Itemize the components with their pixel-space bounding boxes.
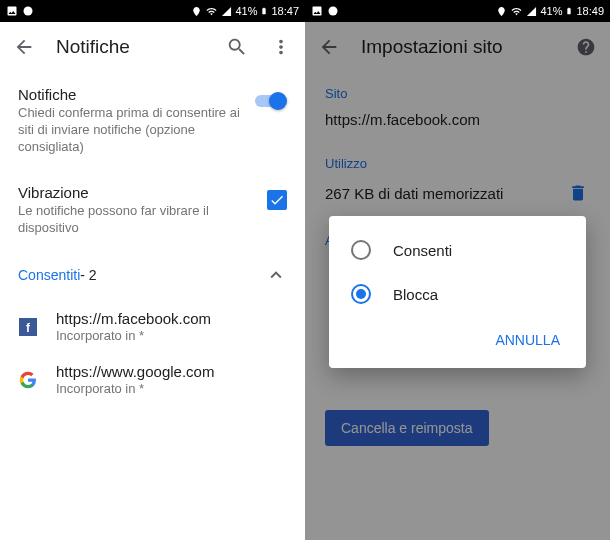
location-icon [496, 6, 507, 17]
site-sub: Incorporato in * [56, 381, 287, 396]
site-sub: Incorporato in * [56, 328, 287, 343]
site-item-google[interactable]: https://www.google.com Incorporato in * [0, 353, 305, 406]
radio-option-allow[interactable]: Consenti [329, 228, 586, 272]
radio-label: Consenti [393, 242, 452, 259]
overflow-button[interactable] [269, 35, 293, 59]
image-icon [311, 5, 323, 17]
radio-icon [351, 240, 371, 260]
battery-icon [260, 5, 268, 17]
google-icon [18, 370, 38, 390]
allowed-section-header[interactable]: Consentiti - 2 [0, 250, 305, 300]
vibration-title: Vibrazione [18, 184, 255, 201]
screen-notifications: 41% 18:47 Notifiche Notifiche [0, 0, 305, 540]
signal-icon [221, 6, 232, 17]
vibration-sub: Le notifiche possono far vibrare il disp… [18, 203, 255, 237]
notifications-sub: Chiedi conferma prima di consentire ai s… [18, 105, 241, 156]
svg-point-0 [24, 7, 33, 16]
status-bar: 41% 18:49 [305, 0, 610, 22]
chevron-up-icon [265, 264, 287, 286]
allowed-label: Consentiti [18, 267, 80, 283]
notifications-title: Notifiche [18, 86, 241, 103]
clock-text: 18:47 [271, 5, 299, 17]
app-bar: Notifiche [0, 22, 305, 72]
vibration-checkbox[interactable] [267, 190, 287, 210]
notifications-toggle[interactable] [253, 92, 287, 110]
status-bar: 41% 18:47 [0, 0, 305, 22]
signal-icon [526, 6, 537, 17]
image-icon [6, 5, 18, 17]
facebook-icon: f [18, 317, 38, 337]
radio-icon [351, 284, 371, 304]
site-url: https://www.google.com [56, 363, 287, 380]
circle-icon [22, 5, 34, 17]
circle-icon [327, 5, 339, 17]
clock-text: 18:49 [576, 5, 604, 17]
wifi-icon [205, 6, 218, 17]
location-icon [191, 6, 202, 17]
battery-text: 41% [540, 5, 562, 17]
wifi-icon [510, 6, 523, 17]
permission-dialog: Consenti Blocca ANNULLA [329, 216, 586, 368]
notifications-setting[interactable]: Notifiche Chiedi conferma prima di conse… [0, 72, 305, 170]
screen-site-settings: 41% 18:49 Impostazioni sito Sit [305, 0, 610, 540]
cancel-button[interactable]: ANNULLA [485, 324, 570, 356]
allowed-count: - 2 [80, 267, 96, 283]
battery-icon [565, 5, 573, 17]
search-button[interactable] [225, 35, 249, 59]
site-url: https://m.facebook.com [56, 310, 287, 327]
battery-text: 41% [235, 5, 257, 17]
svg-point-1 [329, 7, 338, 16]
page-title: Notifiche [56, 36, 205, 58]
vibration-setting[interactable]: Vibrazione Le notifiche possono far vibr… [0, 170, 305, 251]
radio-label: Blocca [393, 286, 438, 303]
site-item-facebook[interactable]: f https://m.facebook.com Incorporato in … [0, 300, 305, 353]
back-button[interactable] [12, 35, 36, 59]
radio-option-block[interactable]: Blocca [329, 272, 586, 316]
